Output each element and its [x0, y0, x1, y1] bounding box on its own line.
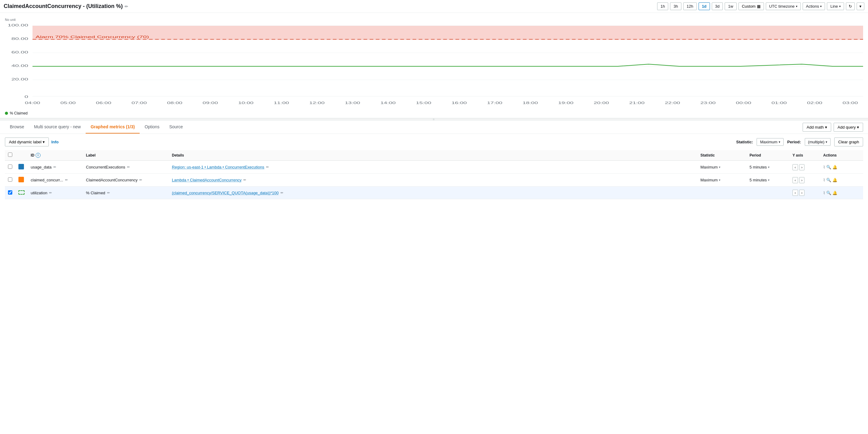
bell-icon[interactable]: 🔔 [832, 191, 837, 195]
yaxis-left-button[interactable]: ‹ [793, 177, 798, 183]
id-edit-icon[interactable]: ✏ [53, 165, 56, 169]
custom-time-button[interactable]: Custom ▦ [739, 2, 764, 10]
header: ClaimedAccountConcurrency - (Utilization… [0, 0, 868, 13]
bell-icon[interactable]: 🔔 [832, 178, 837, 182]
row-label-cell: % Claimed ✏ [86, 191, 166, 195]
select-all-checkbox[interactable] [8, 153, 12, 157]
search-icon[interactable]: 🔍 [826, 165, 831, 169]
svg-text:22:00: 22:00 [665, 101, 680, 105]
trend-icon[interactable]: ⌇ [823, 191, 825, 195]
row-statistic-value: Maximum [701, 165, 718, 169]
row-details-value[interactable]: (claimed_concurrency/SERVICE_QUOTA(usage… [172, 191, 279, 195]
row-period-value: 5 minutes [749, 178, 767, 182]
svg-text:01:00: 01:00 [771, 101, 787, 105]
tabs-right-actions: Add math ▾ Add query ▾ [803, 123, 863, 132]
label-edit-icon[interactable]: ✏ [107, 191, 110, 195]
time-1h-button[interactable]: 1h [657, 2, 668, 10]
row-id-cell: utilization ✏ [31, 191, 80, 195]
tab-multi-source[interactable]: Multi source query - new [29, 121, 86, 133]
row-checkbox[interactable] [8, 190, 12, 195]
period-row-caret-icon[interactable]: ▾ [768, 165, 770, 169]
row-details-value[interactable]: Lambda • ClaimedAccountConcurrency [172, 178, 242, 182]
row-color-cell [16, 187, 28, 199]
timezone-caret-icon: ▾ [796, 5, 797, 8]
add-dynamic-label-button[interactable]: Add dynamic label ▾ [5, 137, 49, 146]
row-id-value: claimed_concurr... [31, 178, 63, 182]
tab-options[interactable]: Options [140, 121, 164, 133]
yaxis-right-button[interactable]: › [799, 164, 805, 170]
search-icon[interactable]: 🔍 [826, 178, 831, 182]
time-3d-button[interactable]: 3d [712, 2, 723, 10]
svg-rect-12 [33, 26, 863, 40]
statistic-row-caret-icon[interactable]: ▾ [719, 178, 720, 182]
tab-source[interactable]: Source [164, 121, 188, 133]
id-edit-icon[interactable]: ✏ [65, 178, 68, 182]
line-caret-icon: ▾ [839, 5, 841, 8]
id-edit-icon[interactable]: ✏ [49, 191, 52, 195]
label-edit-icon[interactable]: ✏ [127, 165, 130, 169]
time-12h-button[interactable]: 12h [683, 2, 697, 10]
row-yaxis-cell: ‹ › [793, 177, 817, 183]
title-edit-icon[interactable]: ✏ [125, 4, 128, 9]
time-1d-button[interactable]: 1d [699, 2, 710, 10]
no-unit-label: No unit [5, 18, 863, 22]
details-edit-icon[interactable]: ✏ [243, 178, 246, 182]
row-label-cell: ClaimedAccountConcurrency ✏ [86, 178, 166, 182]
row-actions-cell: ⌇ 🔍 🔔 [823, 191, 860, 195]
row-actions-cell: ⌇ 🔍 🔔 [823, 178, 860, 182]
th-color [16, 150, 28, 160]
statistic-row-caret-icon[interactable]: ▾ [719, 165, 720, 169]
period-row-caret-icon[interactable]: ▾ [768, 178, 770, 182]
drag-handle[interactable]: = [0, 118, 868, 121]
drag-handle-icon: = [433, 118, 435, 121]
svg-text:40.00: 40.00 [11, 64, 28, 68]
details-edit-icon[interactable]: ✏ [281, 191, 283, 195]
svg-text:05:00: 05:00 [60, 101, 76, 105]
line-dropdown[interactable]: Line ▾ [827, 2, 844, 10]
period-dropdown[interactable]: (multiple) ▾ [805, 138, 831, 146]
search-icon[interactable]: 🔍 [826, 191, 831, 195]
details-edit-icon[interactable]: ✏ [266, 165, 269, 169]
period-caret-icon: ▾ [826, 140, 827, 144]
yaxis-right-button[interactable]: › [799, 190, 805, 196]
yaxis-left-button[interactable]: ‹ [793, 190, 798, 196]
row-id-value: utilization [31, 191, 47, 195]
time-1w-button[interactable]: 1w [725, 2, 737, 10]
svg-text:00:00: 00:00 [736, 101, 751, 105]
add-math-button[interactable]: Add math ▾ [803, 123, 831, 132]
row-statistic-value: Maximum [701, 178, 718, 182]
th-statistic: Statistic [698, 150, 746, 160]
yaxis-left-button[interactable]: ‹ [793, 164, 798, 170]
tab-graphed-metrics[interactable]: Graphed metrics (1/3) [86, 121, 140, 133]
row-period-value: 5 minutes [749, 165, 767, 169]
timezone-dropdown[interactable]: UTC timezone ▾ [766, 2, 801, 10]
info-label[interactable]: Info [51, 140, 59, 144]
row-checkbox[interactable] [8, 177, 12, 182]
trend-icon[interactable]: ⌇ [823, 165, 825, 169]
refresh-button[interactable]: ↻ [846, 2, 855, 10]
row-id-value: usage_data [31, 165, 52, 169]
legend-color-dot [5, 112, 8, 115]
svg-text:10:00: 10:00 [238, 101, 253, 105]
statistic-dropdown[interactable]: Maximum ▾ [756, 138, 783, 146]
trend-icon[interactable]: ⌇ [823, 178, 825, 182]
svg-text:60.00: 60.00 [11, 50, 28, 54]
svg-text:02:00: 02:00 [807, 101, 822, 105]
row-details-cell: Lambda • ClaimedAccountConcurrency ✏ [172, 178, 694, 182]
bell-icon[interactable]: 🔔 [832, 165, 837, 169]
svg-text:06:00: 06:00 [96, 101, 112, 105]
chart-legend: % Claimed [5, 111, 863, 115]
actions-dropdown[interactable]: Actions ▾ [803, 2, 825, 10]
row-checkbox[interactable] [8, 164, 12, 169]
row-label-value: ClaimedAccountConcurrency [86, 178, 137, 182]
more-options-button[interactable]: ▾ [857, 2, 864, 10]
id-info-icon[interactable]: i [36, 153, 40, 158]
yaxis-right-button[interactable]: › [799, 177, 805, 183]
tab-browse[interactable]: Browse [5, 121, 29, 133]
add-query-button[interactable]: Add query ▾ [834, 123, 863, 132]
label-edit-icon[interactable]: ✏ [140, 178, 142, 182]
clear-graph-button[interactable]: Clear graph [834, 137, 863, 146]
row-details-value[interactable]: Region: us-east-1 • Lambda • ConcurrentE… [172, 165, 264, 169]
svg-text:18:00: 18:00 [523, 101, 538, 105]
time-3h-button[interactable]: 3h [670, 2, 681, 10]
